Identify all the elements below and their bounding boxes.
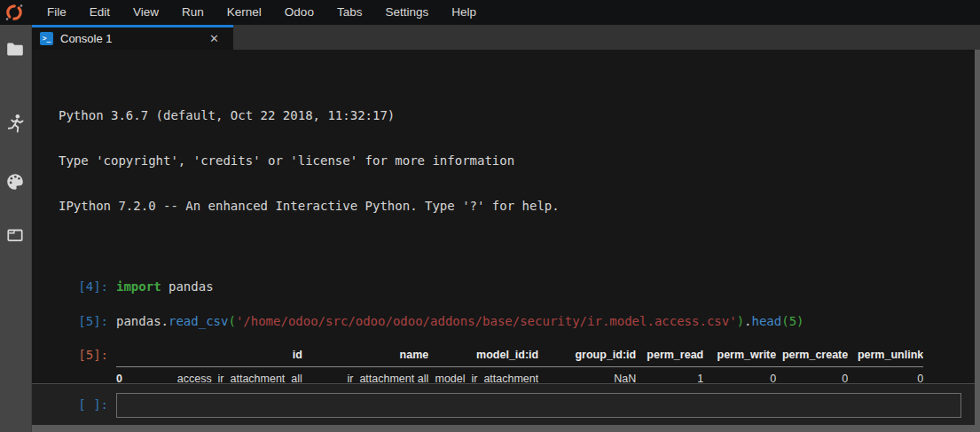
df-cell: 0 — [776, 367, 848, 384]
df-cell: 0 — [848, 367, 923, 384]
console-tab-icon: >_ — [40, 32, 53, 45]
df-body: 0access_ir_attachment_allir_attachment a… — [116, 367, 923, 384]
banner-line: IPython 7.2.0 -- An enhanced Interactive… — [59, 199, 975, 214]
df-col-header: id — [132, 343, 302, 367]
df-index-header — [116, 343, 132, 367]
df-index-cell: 0 — [116, 367, 132, 384]
cells: [4]:import pandas[5]:pandas.read_csv('/h… — [32, 279, 975, 329]
df-col-header: name — [302, 343, 428, 367]
df-col-header: perm_create — [776, 343, 848, 367]
left-sidebar — [0, 25, 32, 432]
menu-item-edit[interactable]: Edit — [78, 0, 122, 25]
running-man-icon[interactable] — [5, 114, 25, 133]
tab-close-icon[interactable]: ✕ — [209, 32, 219, 45]
menu-item-settings[interactable]: Settings — [373, 0, 440, 25]
dataframe-table: idnamemodel_id:idgroup_id:idperm_readper… — [116, 343, 923, 383]
menubar: FileEditViewRunKernelOdooTabsSettingsHel… — [0, 0, 980, 25]
console-panel: Python 3.6.7 (default, Oct 22 2018, 11:3… — [32, 50, 975, 425]
output-area: [5]: idnamemodel_id:idgroup_id:idperm_re… — [32, 343, 975, 383]
input-prompt: [4]: — [32, 279, 116, 295]
df-cell: 0 — [703, 367, 776, 384]
df-col-header: model_id:id — [428, 343, 538, 367]
menu-item-run[interactable]: Run — [170, 0, 216, 25]
bottom-frame-strip — [32, 425, 980, 432]
code-cell: [4]:import pandas — [32, 279, 975, 295]
df-cell: ir_attachment all — [302, 367, 428, 384]
tab-label: Console 1 — [60, 32, 209, 45]
df-cell: NaN — [538, 367, 636, 384]
folder-icon[interactable] — [5, 40, 25, 59]
input-prompt-empty: [ ]: — [32, 393, 116, 425]
jupyter-spinner-logo-icon — [4, 3, 24, 22]
df-cell: access_ir_attachment_all — [132, 367, 302, 384]
input-prompt: [5]: — [32, 314, 116, 329]
menu-item-kernel[interactable]: Kernel — [216, 0, 273, 25]
df-col-header: perm_unlink — [848, 343, 923, 367]
console-input[interactable] — [116, 393, 961, 418]
code-cell: [5]:pandas.read_csv('/home/odoo/src/odoo… — [32, 314, 975, 329]
df-col-header: group_id:id — [538, 343, 636, 367]
tab-console-1[interactable]: >_ Console 1 ✕ — [32, 25, 233, 50]
main-dock-panel: >_ Console 1 ✕ Python 3.6.7 (default, Oc… — [32, 25, 980, 432]
df-col-header: perm_read — [636, 343, 703, 367]
df-header-row: idnamemodel_id:idgroup_id:idperm_readper… — [116, 343, 923, 367]
right-frame-strip — [975, 50, 980, 432]
code-line: import pandas — [116, 279, 214, 295]
df-row: 0access_ir_attachment_allir_attachment a… — [116, 367, 923, 384]
menu-item-file[interactable]: File — [35, 0, 78, 25]
banner-line: Type 'copyright', 'credits' or 'license'… — [59, 153, 975, 169]
tab-bar: >_ Console 1 ✕ — [32, 25, 980, 50]
menu-item-view[interactable]: View — [122, 0, 170, 25]
menu-item-help[interactable]: Help — [440, 0, 488, 25]
df-cell: model_ir_attachment — [428, 367, 538, 384]
banner-line: Python 3.6.7 (default, Oct 22 2018, 11:3… — [59, 108, 975, 123]
menubar-items: FileEditViewRunKernelOdooTabsSettingsHel… — [35, 0, 488, 25]
menu-item-odoo[interactable]: Odoo — [273, 0, 325, 25]
console-history: Python 3.6.7 (default, Oct 22 2018, 11:3… — [32, 50, 975, 383]
menu-item-tabs[interactable]: Tabs — [325, 0, 374, 25]
df-cell: 1 — [636, 367, 703, 384]
palette-icon[interactable] — [5, 172, 25, 192]
df-col-header: perm_write — [703, 343, 776, 367]
output-prompt: [5]: — [32, 343, 116, 383]
tabs-panel-icon[interactable] — [5, 225, 25, 245]
kernel-banner: Python 3.6.7 (default, Oct 22 2018, 11:3… — [59, 78, 975, 244]
console-input-region: [ ]: — [32, 383, 975, 425]
code-line: pandas.read_csv('/home/odoo/src/odoo/odo… — [116, 314, 804, 329]
